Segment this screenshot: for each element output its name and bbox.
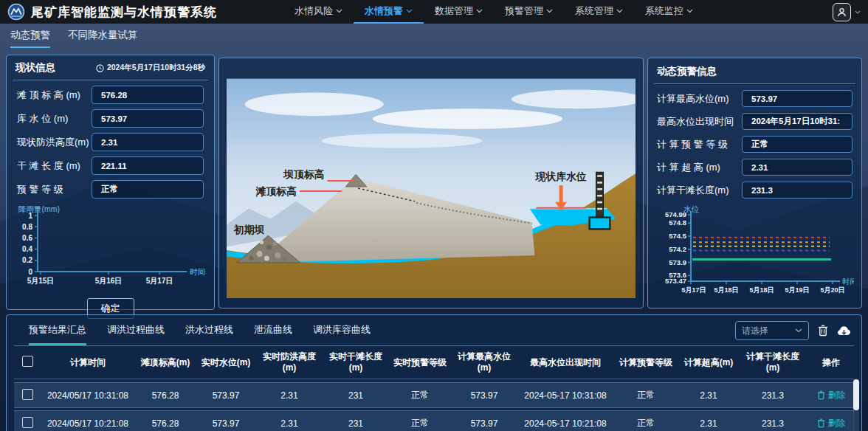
status-panel-title: 现状信息 bbox=[16, 61, 55, 75]
x-axis-label: 时间 bbox=[190, 267, 205, 276]
filter-select[interactable]: 请选择 bbox=[735, 321, 809, 340]
delete-label: 删除 bbox=[828, 389, 846, 401]
status-field-value[interactable]: 221.11 bbox=[92, 156, 204, 175]
column-header-4: 实时干滩长度 (m) bbox=[323, 351, 389, 373]
nav-item-3[interactable]: 预警管理 bbox=[494, 0, 564, 24]
table-scrollbar[interactable] bbox=[853, 379, 859, 431]
table-cell-7: 2024-05-17 10:21:08 bbox=[517, 418, 613, 429]
y-tick-label: 1 bbox=[28, 212, 32, 220]
y-tick-label: 573.9 bbox=[669, 258, 686, 266]
nav-item-0[interactable]: 水情风险 bbox=[283, 0, 354, 24]
brand: 尾矿库智能监测与水情预警系统 bbox=[7, 3, 217, 21]
x-tick-label: 5月17日 bbox=[681, 286, 706, 294]
trash-icon bbox=[818, 325, 828, 337]
row-checkbox-cell bbox=[14, 389, 41, 402]
warning-field-value[interactable]: 正常 bbox=[742, 136, 852, 153]
table-cell-2: 573.97 bbox=[196, 418, 256, 429]
table-cell-8: 正常 bbox=[613, 417, 678, 430]
nav-item-label: 水情预警 bbox=[365, 4, 403, 18]
rainfall-chart: 降雨量(mm)00.20.40.60.815月15日5月16日5月17日时间 bbox=[16, 204, 207, 294]
x-axis-label: 时间 bbox=[842, 277, 854, 286]
select-all-checkbox[interactable] bbox=[22, 356, 33, 367]
row-checkbox-cell bbox=[14, 417, 41, 430]
status-timestamp-text: 2024年5月17日10时31分8秒 bbox=[107, 63, 205, 73]
trash-icon bbox=[817, 390, 825, 400]
x-tick-label: 5月17日 bbox=[146, 277, 173, 285]
rain-chart-title: 降雨量(mm) bbox=[18, 204, 60, 213]
nav-item-4[interactable]: 系统管理 bbox=[564, 0, 634, 24]
warning-field-value[interactable]: 2.31 bbox=[742, 159, 852, 176]
subtab-1[interactable]: 不同降水量试算 bbox=[68, 29, 138, 48]
cloud-download-icon bbox=[837, 325, 851, 337]
x-tick-label: 5月15日 bbox=[27, 277, 55, 285]
y-tick-label: 574.2 bbox=[669, 245, 686, 253]
subtab-0[interactable]: 动态预警 bbox=[10, 29, 50, 48]
status-field-row-3: 干 滩 长 度 (m)221.11 bbox=[17, 156, 204, 175]
water-level-chart: 水位573.47573.6573.9574.2574.5574.8574.995… bbox=[657, 204, 854, 309]
water-level-chart-wrap: 水位573.47573.6573.9574.2574.5574.8574.995… bbox=[657, 204, 852, 312]
table-cell-5: 正常 bbox=[389, 389, 451, 401]
user-avatar[interactable] bbox=[833, 3, 851, 21]
warning-field-value[interactable]: 2024年5月17日10时31: bbox=[742, 113, 852, 130]
y-tick-label: 0.8 bbox=[22, 223, 32, 231]
user-zone bbox=[833, 3, 861, 21]
delete-label: 删除 bbox=[828, 417, 846, 430]
row-checkbox[interactable] bbox=[22, 389, 33, 400]
column-header-8: 计算预警等级 bbox=[613, 357, 678, 368]
page-title: 尾矿库智能监测与水情预警系统 bbox=[31, 4, 217, 21]
row-checkbox[interactable] bbox=[22, 417, 33, 428]
warning-fields: 计算最高水位(m)573.97最高水位出现时间2024年5月17日10时31:计… bbox=[657, 90, 852, 199]
status-field-value[interactable]: 2.31 bbox=[92, 133, 204, 151]
nav-item-label: 系统管理 bbox=[575, 4, 613, 18]
column-header-6: 计算最高水位 (m) bbox=[451, 351, 517, 373]
nav-item-5[interactable]: 系统监控 bbox=[634, 0, 704, 24]
x-tick-label: 5月18日 bbox=[714, 286, 738, 294]
warning-panel-title: 动态预警信息 bbox=[657, 65, 717, 78]
status-field-value[interactable]: 576.28 bbox=[92, 86, 204, 104]
delete-action[interactable]: 删除 bbox=[807, 417, 855, 430]
results-tab-4[interactable]: 调洪库容曲线 bbox=[313, 323, 371, 345]
results-tab-0[interactable]: 预警结果汇总 bbox=[29, 323, 86, 345]
delete-action[interactable]: 删除 bbox=[807, 389, 855, 401]
table-row-0: 2024/05/17 10:31:08576.28573.972.31231正常… bbox=[14, 382, 854, 408]
table-cell-3: 2.31 bbox=[256, 390, 323, 401]
x-tick-label: 5月18日 bbox=[749, 286, 774, 294]
chevron-down-icon bbox=[795, 328, 802, 333]
y-tick-label: 0.4 bbox=[22, 245, 32, 253]
x-tick-label: 5月19日 bbox=[785, 286, 809, 294]
results-tab-2[interactable]: 洪水过程线 bbox=[185, 323, 233, 345]
divider bbox=[654, 83, 855, 84]
table-cell-9: 2.31 bbox=[678, 390, 739, 401]
warning-field-value[interactable]: 573.97 bbox=[742, 90, 852, 107]
scrollbar-thumb[interactable] bbox=[853, 379, 859, 410]
table-cell-10: 231.3 bbox=[739, 390, 807, 401]
divider bbox=[13, 80, 208, 80]
warning-field-row-1: 最高水位出现时间2024年5月17日10时31: bbox=[657, 113, 852, 130]
export-download-button[interactable] bbox=[837, 325, 851, 337]
y-tick-label: 0.6 bbox=[22, 234, 32, 242]
results-tab-3[interactable]: 泄流曲线 bbox=[254, 323, 292, 345]
app-root: { "app": { "title": "尾矿库智能监测与水情预警系统" }, … bbox=[0, 0, 868, 431]
table-cell-0: 2024/05/17 10:21:08 bbox=[41, 418, 135, 429]
chevron-down-icon bbox=[616, 9, 623, 13]
nav-item-label: 数据管理 bbox=[435, 4, 473, 18]
table-row-1: 2024/05/17 10:21:08576.28573.972.31231正常… bbox=[14, 410, 854, 431]
results-tab-1[interactable]: 调洪过程曲线 bbox=[107, 323, 165, 345]
dam-cross-section-image: 坝顶标高 滩顶标高 初期坝 现状库水位 bbox=[227, 77, 636, 299]
chevron-down-icon bbox=[686, 9, 693, 13]
warning-field-value[interactable]: 231.3 bbox=[742, 182, 852, 199]
delete-selected-button[interactable] bbox=[818, 325, 828, 337]
y-tick-label: 0 bbox=[28, 268, 32, 276]
table-cell-1: 576.28 bbox=[135, 390, 196, 401]
nav-item-label: 水情风险 bbox=[294, 4, 333, 18]
main-nav: 水情风险水情预警数据管理预警管理系统管理系统监控 bbox=[283, 0, 704, 24]
y-tick-label: 574.5 bbox=[669, 232, 686, 240]
nav-item-2[interactable]: 数据管理 bbox=[424, 0, 494, 24]
chevron-down-icon[interactable] bbox=[855, 10, 861, 14]
nav-item-1[interactable]: 水情预警 bbox=[354, 0, 424, 24]
status-field-value[interactable]: 573.97 bbox=[92, 109, 204, 128]
column-header-1: 滩顶标高(m) bbox=[135, 357, 196, 368]
status-field-value[interactable]: 正常 bbox=[92, 180, 204, 199]
clock-icon bbox=[96, 64, 104, 72]
column-header-10: 计算干滩长度 (m) bbox=[739, 351, 807, 373]
